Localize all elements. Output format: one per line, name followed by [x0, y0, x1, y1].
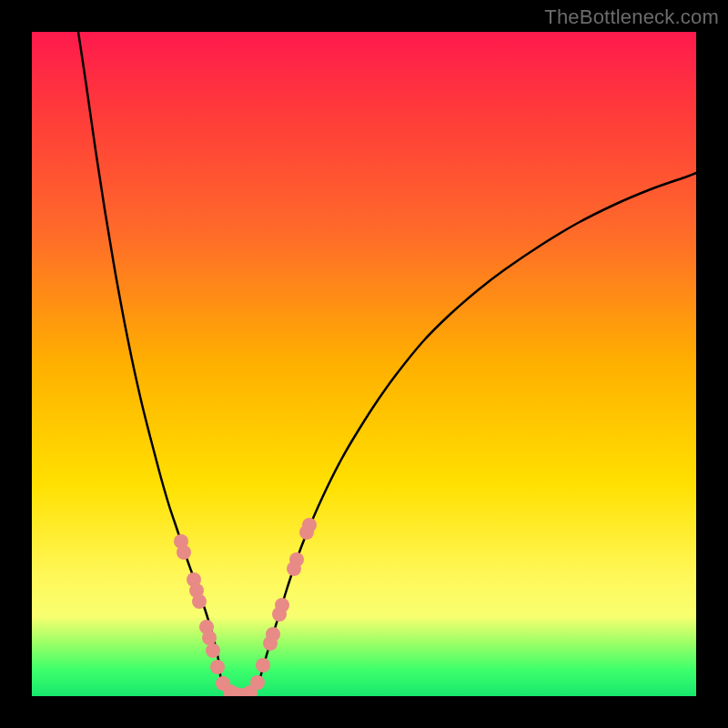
data-point — [177, 545, 191, 560]
data-point — [206, 643, 220, 658]
chart-frame: TheBottleneck.com — [0, 0, 728, 728]
curve-path — [78, 32, 696, 695]
data-point — [302, 518, 317, 532]
data-point — [202, 631, 217, 645]
data-marker-group — [174, 518, 317, 696]
data-point — [192, 594, 207, 609]
plot-area — [32, 32, 696, 696]
data-point — [250, 675, 265, 690]
data-point — [289, 552, 304, 567]
data-point — [210, 660, 225, 674]
bottleneck-curve — [78, 32, 696, 695]
data-point — [256, 658, 270, 672]
watermark-label: TheBottleneck.com — [544, 5, 719, 29]
chart-svg — [32, 32, 696, 696]
data-point — [275, 598, 289, 612]
data-point — [266, 627, 280, 642]
